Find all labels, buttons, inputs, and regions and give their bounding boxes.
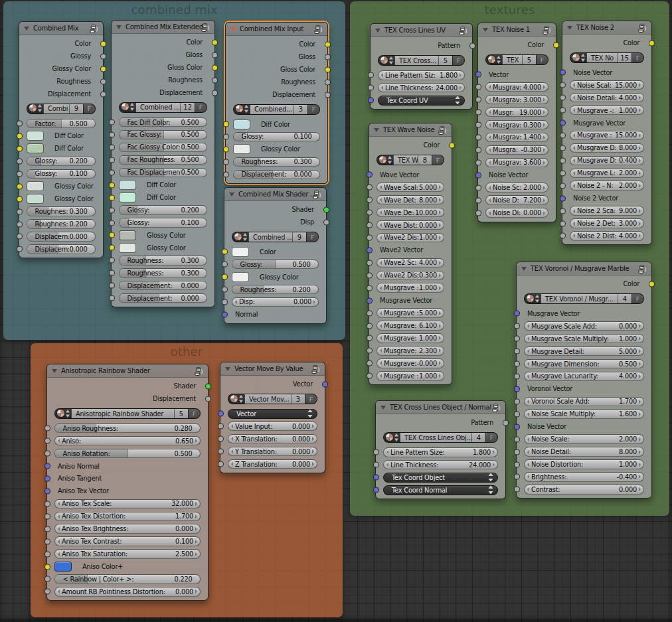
color-swatch[interactable] bbox=[27, 143, 44, 153]
value-socket-input[interactable] bbox=[222, 262, 228, 268]
datablock-widget[interactable]: Combined ...9F bbox=[232, 232, 319, 243]
increment-arrow-icon[interactable] bbox=[439, 273, 441, 277]
number-field-musgrav[interactable]: Musgrav:3.000 bbox=[485, 95, 548, 105]
decrement-arrow-icon[interactable] bbox=[573, 209, 575, 213]
slider-aniso-rotation[interactable]: Aniso Rotation:0.500 bbox=[54, 449, 201, 459]
decrement-arrow-icon[interactable] bbox=[573, 234, 575, 238]
number-field-musgrave-scale-multiply[interactable]: Musgrave Scale Multiply:1.000 bbox=[524, 334, 644, 344]
datablock-widget[interactable]: Combined...3F bbox=[233, 104, 320, 116]
value-socket-input[interactable] bbox=[367, 348, 373, 354]
color-socket-output[interactable] bbox=[649, 40, 655, 46]
dropdown-tex-coord-object[interactable]: Tex Coord Object bbox=[383, 473, 498, 483]
value-socket-input[interactable] bbox=[109, 169, 115, 175]
increment-arrow-icon[interactable] bbox=[195, 540, 197, 544]
increment-arrow-icon[interactable] bbox=[543, 98, 545, 102]
increment-arrow-icon[interactable] bbox=[639, 437, 641, 441]
datablock-widget[interactable]: Vector Mov...3F bbox=[228, 394, 317, 405]
color-socket-input[interactable] bbox=[17, 196, 23, 202]
vector-socket-input[interactable] bbox=[560, 195, 566, 201]
increment-arrow-icon[interactable] bbox=[639, 171, 641, 175]
increment-arrow-icon[interactable] bbox=[639, 349, 641, 353]
value-socket-input[interactable] bbox=[17, 158, 23, 164]
decrement-arrow-icon[interactable] bbox=[58, 589, 60, 593]
increment-arrow-icon[interactable] bbox=[439, 185, 441, 189]
shader-socket-output[interactable] bbox=[323, 206, 329, 212]
number-field-musgrave[interactable]: Musgrave :1.000 bbox=[377, 371, 444, 381]
value-socket-input[interactable] bbox=[560, 108, 566, 114]
number-field-musgrave-dimension[interactable]: Musgrave Dimension:0.500 bbox=[524, 359, 644, 369]
slider-glossy[interactable]: Glossy:0.500 bbox=[232, 260, 319, 270]
datablock-widget[interactable]: Combined ...12F bbox=[119, 102, 207, 114]
value-socket-output[interactable] bbox=[212, 77, 218, 83]
slider-roughnes[interactable]: Roughnes:0.300 bbox=[27, 206, 96, 216]
value-socket-input[interactable] bbox=[44, 576, 50, 582]
datablock-widget[interactable]: TEX W8F bbox=[377, 155, 444, 166]
value-socket-input[interactable] bbox=[367, 285, 373, 291]
value-socket-input[interactable] bbox=[218, 449, 224, 455]
number-field-noise-distortion[interactable]: Noise Distortion:1.000 bbox=[524, 459, 644, 469]
datablock-widget[interactable]: TEX Cross Lines Obj...4F bbox=[383, 432, 498, 443]
number-field-musgrave-scale-add[interactable]: Musgrave Scale Add:0.000 bbox=[524, 321, 644, 331]
fake-user-button[interactable]: F bbox=[306, 232, 318, 242]
number-field-musgrav[interactable]: Musgrav:3.600 bbox=[485, 158, 548, 168]
value-socket-input[interactable] bbox=[514, 474, 520, 480]
slider-roughness[interactable]: Roughness:0.200 bbox=[232, 285, 319, 295]
increment-arrow-icon[interactable] bbox=[439, 336, 441, 340]
decrement-arrow-icon[interactable] bbox=[380, 210, 382, 214]
datablock-name-field[interactable]: TEX No bbox=[586, 53, 617, 63]
value-socket-input[interactable] bbox=[44, 451, 50, 457]
number-field-musgrave[interactable]: Musgrave :5.000 bbox=[377, 308, 444, 318]
node-tex-voronoi-musgrave-marble[interactable]: TEX Voronoi / Musgrave MarbleColorTEX Vo… bbox=[516, 262, 652, 499]
slider-factor[interactable]: Factor:0.500 bbox=[27, 119, 96, 129]
datablock-user-count[interactable]: 4 bbox=[471, 433, 485, 443]
node-header[interactable]: Combined Mix bbox=[19, 22, 103, 35]
color-socket-output[interactable] bbox=[212, 64, 218, 70]
value-socket-input[interactable] bbox=[17, 208, 23, 214]
increment-arrow-icon[interactable] bbox=[439, 286, 441, 290]
value-socket-output[interactable] bbox=[325, 79, 331, 85]
decrement-arrow-icon[interactable] bbox=[527, 362, 529, 366]
decrement-arrow-icon[interactable] bbox=[573, 222, 575, 226]
value-socket-input[interactable] bbox=[218, 424, 224, 429]
number-field-musgrave[interactable]: Musgrave:2.300 bbox=[377, 346, 444, 356]
color-swatch[interactable] bbox=[54, 562, 72, 572]
collapse-triangle-icon[interactable] bbox=[225, 367, 230, 371]
value-socket-output[interactable] bbox=[212, 52, 218, 58]
decrement-arrow-icon[interactable] bbox=[527, 349, 529, 353]
value-socket-input[interactable] bbox=[475, 122, 481, 128]
decrement-arrow-icon[interactable] bbox=[489, 161, 491, 165]
vector-socket-input[interactable] bbox=[514, 424, 520, 429]
value-socket-input[interactable] bbox=[368, 72, 374, 78]
decrement-arrow-icon[interactable] bbox=[380, 223, 382, 227]
node-header[interactable]: Anisotropic Rainbow Shader bbox=[47, 364, 208, 378]
increment-arrow-icon[interactable] bbox=[439, 374, 441, 378]
node-tex-cross-lines-uv[interactable]: TEX Cross Lines UVPatternTEX Cross...5FL… bbox=[370, 23, 473, 110]
value-socket-input[interactable] bbox=[514, 323, 520, 329]
increment-arrow-icon[interactable] bbox=[543, 148, 545, 152]
increment-arrow-icon[interactable] bbox=[493, 450, 495, 454]
vector-socket-input[interactable] bbox=[475, 172, 481, 178]
slider-roughness[interactable]: Roughness:0.300 bbox=[119, 256, 207, 266]
value-socket-input[interactable] bbox=[514, 487, 520, 493]
increment-arrow-icon[interactable] bbox=[639, 374, 641, 378]
color-swatch[interactable] bbox=[233, 119, 250, 129]
decrement-arrow-icon[interactable] bbox=[573, 171, 575, 175]
value-socket-input[interactable] bbox=[475, 197, 481, 203]
number-field-line-pattern-siz[interactable]: Line Pattern Siz:1.800 bbox=[378, 70, 465, 80]
datablock-name-field[interactable]: TEX W bbox=[393, 155, 418, 165]
value-socket-input[interactable] bbox=[475, 134, 481, 140]
decrement-arrow-icon[interactable] bbox=[381, 73, 383, 77]
increment-arrow-icon[interactable] bbox=[195, 527, 197, 531]
value-socket-input[interactable] bbox=[475, 159, 481, 165]
value-socket-input[interactable] bbox=[475, 185, 481, 191]
value-socket-output[interactable] bbox=[503, 420, 509, 426]
number-field-aniso[interactable]: Aniso:0.650 bbox=[54, 436, 201, 446]
increment-arrow-icon[interactable] bbox=[439, 261, 441, 265]
browse-material-button[interactable] bbox=[228, 394, 244, 404]
slider-displacem[interactable]: Displacem:0.000 bbox=[27, 244, 96, 254]
shader-socket-output[interactable] bbox=[205, 383, 211, 389]
node-header[interactable]: TEX Noise 1 bbox=[478, 23, 556, 37]
decrement-arrow-icon[interactable] bbox=[380, 349, 382, 352]
dropdown-tex-coord-uv[interactable]: Tex Coord UV bbox=[378, 96, 465, 106]
number-field-musgrave[interactable]: Musgrave:1.000 bbox=[377, 333, 444, 343]
